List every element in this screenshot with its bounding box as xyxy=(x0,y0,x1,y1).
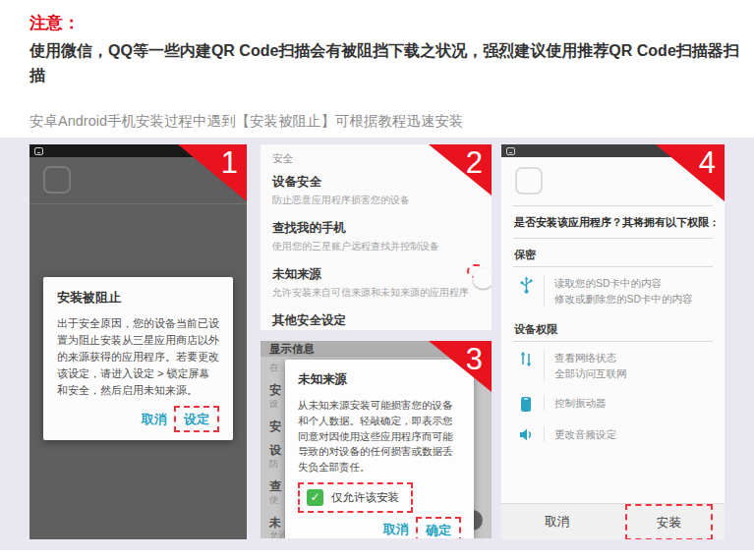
install-question: 是否安装该应用程序？其将拥有以下权限： xyxy=(501,206,725,238)
checkbox-label: 仅允许该安装 xyxy=(331,490,399,505)
screenshots-strip: 1 4G 7: 安装被阻止 出于安全原因，您的设备当前已设置为阻止安装从三星应用… xyxy=(0,138,754,550)
app-icon-placeholder xyxy=(515,167,543,195)
highlight-box: ✓ 仅允许该安装 xyxy=(298,482,413,513)
notice-title: 注意： xyxy=(29,12,80,34)
dimmed-text-fragment: 设 xyxy=(269,398,279,411)
screenshot-icon xyxy=(34,147,43,155)
section-header-device: 设备权限 xyxy=(501,313,725,341)
highlight-box xyxy=(467,264,485,278)
dialog-title: 未知来源 xyxy=(298,371,461,388)
permission-row: 更改音频设定 xyxy=(501,419,725,448)
dimmed-text-fragment: 使 xyxy=(269,494,279,507)
install-footer: 取消 安装 xyxy=(501,503,725,539)
divider xyxy=(29,203,247,204)
dimmed-text-fragment: 在 xyxy=(269,362,279,374)
permission-row: 读取您的SD卡中的内容 修改或删除您的SD卡中的内容 xyxy=(501,267,725,313)
unknown-sources-dialog: 未知来源 从未知来源安装可能损害您的设备和个人数据。轻敲确定，即表示您同意对因使… xyxy=(285,360,474,538)
permission-line: 更改音频设定 xyxy=(554,426,616,442)
permission-row: 查看网络状态 全部访问互联网 xyxy=(501,342,725,388)
dimmed-text-fragment: 防 xyxy=(269,458,279,471)
install-blocked-dialog: 安装被阻止 出于安全原因，您的设备当前已设置为阻止安装从三星应用商店以外的来源获… xyxy=(43,277,233,440)
notice-body: 使用微信，QQ等一些内建QR Code扫描会有被阻挡下载之状况，强烈建议使用推荐… xyxy=(29,39,739,88)
phone-screen-4-install-confirm: 1 4G 7: 是否安装该应用程序？其将拥有以下权限： 保密 xyxy=(501,144,725,539)
cancel-button[interactable]: 取消 xyxy=(142,411,167,428)
dimmed-text-fragment: 安 xyxy=(269,419,281,435)
setting-row-device-security[interactable]: 设备安全 防止恶意应用程序损害您的设备 xyxy=(261,168,492,214)
permission-row: 控制振动器 xyxy=(501,387,725,419)
cancel-button[interactable]: 取消 xyxy=(545,514,569,531)
speaker-icon xyxy=(514,426,538,442)
dialog-body: 出于安全原因，您的设备当前已设置为阻止安装从三星应用商店以外的来源获得的应用程序… xyxy=(57,315,219,399)
permission-line: 查看网络状态 xyxy=(554,350,627,365)
cancel-button[interactable]: 取消 xyxy=(383,521,409,538)
section-header-privacy: 保密 xyxy=(501,239,725,266)
setting-row-other-security[interactable]: 其他安全设定 更改安全更新和证书存储等其他安全设定 xyxy=(261,307,492,330)
permission-line: 读取您的SD卡中的内容 xyxy=(554,275,693,291)
permission-line: 全部访问互联网 xyxy=(554,365,627,381)
highlight-box: 确定 xyxy=(416,517,461,538)
permission-line: 控制振动器 xyxy=(554,395,607,411)
install-button[interactable]: 安装 xyxy=(657,515,681,532)
dimmed-text-fragment: 查 xyxy=(269,478,281,495)
highlight-box: 设定 xyxy=(174,406,219,432)
app-icon-placeholder xyxy=(43,166,71,194)
dimmed-text-fragment: 设 xyxy=(269,442,281,459)
dimmed-text-fragment: 安 xyxy=(269,382,281,399)
network-arrows-icon xyxy=(514,350,538,367)
highlight-box: 安装 xyxy=(625,504,713,540)
dialog-body: 从未知来源安装可能损害您的设备和个人数据。轻敲确定，即表示您同意对因使用这些应用… xyxy=(298,398,461,476)
screenshot-icon xyxy=(506,147,515,155)
settings-button[interactable]: 设定 xyxy=(184,411,209,428)
vibration-icon xyxy=(514,395,538,413)
confirm-button[interactable]: 确定 xyxy=(426,522,451,538)
instruction-text: 安卓Android手机安装过程中遇到【安装被阻止】可根据教程迅速安装 xyxy=(29,112,463,131)
dialog-title: 安装被阻止 xyxy=(57,289,219,307)
checkbox-checked-icon[interactable]: ✓ xyxy=(307,489,323,506)
phone-screen-2-security-settings: 安全 设备安全 防止恶意应用程序损害您的设备 查找我的手机 使用您的三星账户远程… xyxy=(261,144,492,330)
phone-screen-3-unknown-sources-dialog: 显示信息 在 安 设 安 设 防 查 使 未 允许安装来自可信来源和未知来源的应… xyxy=(261,341,492,538)
tutorial-page: 注意： 使用微信，QQ等一些内建QR Code扫描会有被阻挡下载之状况，强烈建议… xyxy=(0,0,754,560)
setting-row-find-my-phone[interactable]: 查找我的手机 使用您的三星账户远程查找并控制设备 xyxy=(261,214,492,260)
setting-row-unknown-sources[interactable]: 未知来源 允许安装来自可信来源和未知来源的应用程序 xyxy=(261,260,492,307)
phone-screen-1: 1 4G 7: 安装被阻止 出于安全原因，您的设备当前已设置为阻止安装从三星应用… xyxy=(29,144,247,539)
usb-icon xyxy=(514,275,538,295)
permission-line: 修改或删除您的SD卡中的内容 xyxy=(554,291,693,307)
step-badge: 1 xyxy=(178,144,247,201)
